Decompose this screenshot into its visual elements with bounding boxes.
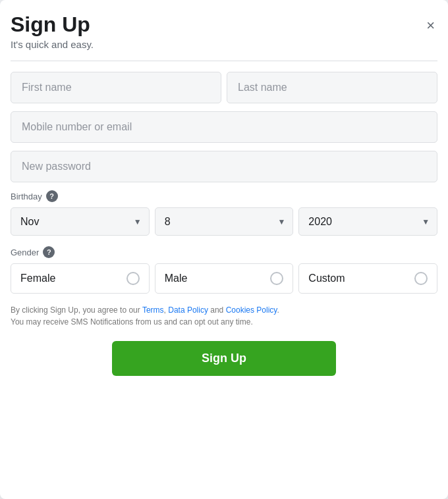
terms-text: By clicking Sign Up, you agree to our Te… <box>11 304 437 328</box>
sms-text: You may receive SMS Notifications from u… <box>11 317 253 327</box>
gender-options-row: Female Male Custom <box>11 263 437 294</box>
mobile-email-row <box>11 111 437 143</box>
gender-option-female[interactable]: Female <box>11 263 150 294</box>
year-select[interactable]: 2020 201920182017 201620152010 200520001… <box>298 207 437 236</box>
gender-help-icon[interactable]: ? <box>43 246 55 258</box>
signup-button[interactable]: Sign Up <box>112 341 336 376</box>
password-row <box>11 151 437 182</box>
last-name-input[interactable] <box>227 72 437 103</box>
day-select-wrapper: 1234 5678 9101112 13141516 17181920 2122… <box>155 207 294 236</box>
terms-separator2: and <box>208 305 226 315</box>
gender-female-radio[interactable] <box>126 272 140 285</box>
name-row <box>11 72 437 103</box>
cookies-policy-link[interactable]: Cookies Policy <box>226 305 277 315</box>
gender-label-text: Gender <box>11 248 39 257</box>
gender-custom-label: Custom <box>308 273 345 284</box>
month-select-wrapper: Jan Feb Mar Apr May Jun Jul Aug Sep Oct … <box>11 207 150 236</box>
gender-custom-radio[interactable] <box>414 272 428 285</box>
signup-modal: Sign Up It's quick and easy. × Birthday … <box>0 0 448 499</box>
password-input[interactable] <box>11 151 437 182</box>
terms-link[interactable]: Terms <box>142 305 164 315</box>
gender-label-row: Gender ? <box>11 246 437 258</box>
data-policy-link[interactable]: Data Policy <box>168 305 208 315</box>
gender-male-label: Male <box>165 273 188 284</box>
birthday-selects-row: Jan Feb Mar Apr May Jun Jul Aug Sep Oct … <box>11 207 437 236</box>
month-select[interactable]: Jan Feb Mar Apr May Jun Jul Aug Sep Oct … <box>11 207 150 236</box>
modal-header: Sign Up It's quick and easy. × <box>11 13 437 61</box>
modal-subtitle: It's quick and easy. <box>11 39 437 50</box>
gender-male-radio[interactable] <box>270 272 283 285</box>
modal-title: Sign Up <box>11 13 437 36</box>
day-select[interactable]: 1234 5678 9101112 13141516 17181920 2122… <box>155 207 294 236</box>
first-name-input[interactable] <box>11 72 221 103</box>
signup-form: Birthday ? Jan Feb Mar Apr May Jun Jul A… <box>11 72 437 376</box>
gender-option-custom[interactable]: Custom <box>298 263 437 294</box>
terms-text-before: By clicking Sign Up, you agree to our <box>11 305 142 315</box>
birthday-label-row: Birthday ? <box>11 190 437 202</box>
gender-option-male[interactable]: Male <box>155 263 294 294</box>
year-select-wrapper: 2020 201920182017 201620152010 200520001… <box>298 207 437 236</box>
birthday-label-text: Birthday <box>11 192 42 201</box>
gender-female-label: Female <box>20 273 55 284</box>
birthday-help-icon[interactable]: ? <box>46 190 58 202</box>
close-button[interactable]: × <box>424 16 437 36</box>
mobile-email-input[interactable] <box>11 111 437 143</box>
terms-period: . <box>277 305 279 315</box>
